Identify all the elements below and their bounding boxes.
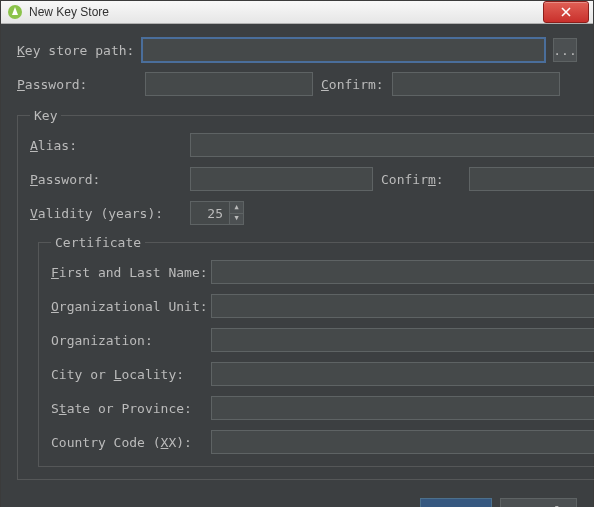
validity-label: Validity (years):: [30, 206, 182, 221]
certificate-legend: Certificate: [51, 235, 145, 250]
key-legend: Key: [30, 108, 61, 123]
first-name-label: First and Last Name:: [51, 265, 211, 280]
org-unit-label: Organizational Unit:: [51, 299, 211, 314]
close-button[interactable]: [543, 1, 589, 23]
close-icon: [561, 7, 571, 17]
titlebar: New Key Store: [1, 1, 593, 24]
organization-input[interactable]: [211, 328, 594, 352]
state-label: State or Province:: [51, 401, 211, 416]
country-code-label: Country Code (XX):: [51, 435, 211, 450]
org-unit-input[interactable]: [211, 294, 594, 318]
key-group: Key Alias: Password: Confirm: Validity (…: [17, 108, 594, 480]
state-input[interactable]: [211, 396, 594, 420]
city-label: City or Locality:: [51, 367, 211, 382]
keystore-path-input[interactable]: [142, 38, 545, 62]
keystore-password-row: Password: Confirm:: [17, 72, 577, 96]
keystore-password-label: Password:: [17, 77, 137, 92]
alias-label: Alias:: [30, 138, 182, 153]
validity-spinner[interactable]: ▲ ▼: [190, 201, 594, 225]
ok-button[interactable]: OK: [420, 498, 492, 507]
dialog-content: Key store path: ... Password: Confirm: K…: [1, 24, 593, 507]
browse-button[interactable]: ...: [553, 38, 577, 62]
app-icon: [7, 4, 23, 20]
key-confirm-input[interactable]: [469, 167, 594, 191]
key-password-input[interactable]: [190, 167, 373, 191]
first-name-input[interactable]: [211, 260, 594, 284]
window-title: New Key Store: [29, 5, 543, 19]
spinner-down-icon[interactable]: ▼: [230, 214, 243, 225]
key-password-label: Password:: [30, 172, 182, 187]
spinner-up-icon[interactable]: ▲: [230, 202, 243, 214]
organization-label: Organization:: [51, 333, 211, 348]
cancel-button[interactable]: Cancel: [500, 498, 577, 507]
keystore-confirm-label: Confirm:: [321, 77, 384, 92]
keystore-password-input[interactable]: [145, 72, 313, 96]
dialog-footer: OK Cancel: [17, 488, 577, 507]
key-confirm-label: Confirm:: [381, 172, 461, 187]
city-input[interactable]: [211, 362, 594, 386]
validity-input[interactable]: [190, 201, 230, 225]
alias-input[interactable]: [190, 133, 594, 157]
keystore-path-row: Key store path: ...: [17, 38, 577, 62]
dialog-window: New Key Store Key store path: ... Passwo…: [0, 0, 594, 507]
keystore-confirm-input[interactable]: [392, 72, 560, 96]
keystore-path-label: Key store path:: [17, 43, 134, 58]
spinner-buttons[interactable]: ▲ ▼: [230, 201, 244, 225]
certificate-group: Certificate First and Last Name: Organiz…: [38, 235, 594, 467]
country-code-input[interactable]: [211, 430, 594, 454]
